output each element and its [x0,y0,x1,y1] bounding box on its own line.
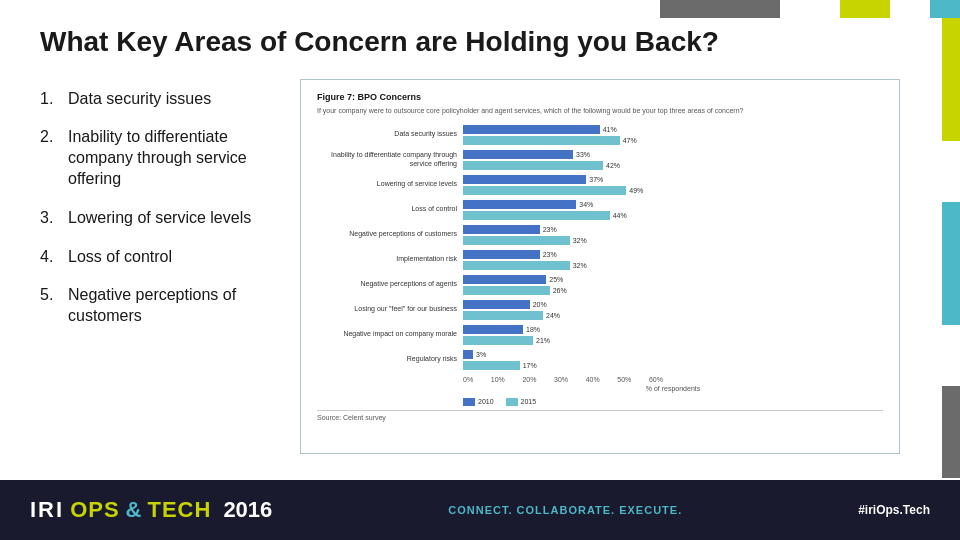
bar-2010 [463,125,600,134]
bar-2015 [463,236,570,245]
bar-label: Data security issues [317,130,457,138]
legend-swatch-2015 [506,398,518,406]
list-num-2: 2. [40,127,60,148]
footer: IRI OPS & TECH 2016 CONNECT. COLLABORATE… [0,480,960,540]
chart-source: Source: Celent survey [317,410,883,421]
bar-row: Loss of control34%44% [317,200,883,220]
list-num-3: 3. [40,208,60,229]
slide-title: What Key Areas of Concern are Holding yo… [40,25,900,59]
bar-2015 [463,286,550,295]
list-num-5: 5. [40,285,60,306]
logo-iri: IRI [30,497,64,523]
bar-group: 23%32% [463,250,587,270]
list-item: 3. Lowering of service levels [40,208,280,229]
logo-ops: OPS [70,497,119,523]
chart-body: Data security issues41%47%Inability to d… [317,125,883,370]
list-text-1: Data security issues [68,89,211,110]
bar-label: Negative perceptions of agents [317,280,457,288]
bar-group: 34%44% [463,200,627,220]
legend-label-2010: 2010 [478,398,494,405]
bar-2010 [463,175,586,184]
list-text-5: Negative perceptions of customers [68,285,280,327]
bar-row: Negative perceptions of agents25%26% [317,275,883,295]
bar-group: 23%32% [463,225,587,245]
bar-2010 [463,250,540,259]
legend-label-2015: 2015 [521,398,537,405]
bar-row: Implementation risk23%32% [317,250,883,270]
bar-group: 3%17% [463,350,537,370]
footer-hashtag: #iriOps.Tech [858,503,930,517]
bar-label: Implementation risk [317,255,457,263]
bar-2010 [463,300,530,309]
list-item: 4. Loss of control [40,247,280,268]
bar-row: Negative impact on company morale18%21% [317,325,883,345]
bar-row: Lowering of service levels37%49% [317,175,883,195]
footer-logo: IRI OPS & TECH 2016 [30,497,272,523]
logo-year: 2016 [223,497,272,523]
bar-2015 [463,161,603,170]
main-content: What Key Areas of Concern are Holding yo… [0,0,940,480]
bar-2010 [463,225,540,234]
list-item: 2. Inability to differentiate company th… [40,127,280,189]
left-panel: 1. Data security issues 2. Inability to … [40,79,280,454]
bar-2015 [463,361,520,370]
list-item: 5. Negative perceptions of customers [40,285,280,327]
bar-label: Lowering of service levels [317,180,457,188]
chart-subtitle: If your company were to outsource core p… [317,106,883,115]
bar-group: 18%21% [463,325,550,345]
bar-label: Negative impact on company morale [317,330,457,338]
bar-group: 41%47% [463,125,637,145]
bar-2010 [463,325,523,334]
list-num-1: 1. [40,89,60,110]
bar-2015 [463,261,570,270]
list-text-3: Lowering of service levels [68,208,251,229]
x-axis-label: % of respondents [463,385,883,392]
bar-group: 33%42% [463,150,620,170]
legend-2010: 2010 [463,398,494,406]
list-text-2: Inability to differentiate company throu… [68,127,280,189]
bar-group: 20%24% [463,300,560,320]
bar-row: Regulatory risks3%17% [317,350,883,370]
bar-row: Losing our "feel" for our business20%24% [317,300,883,320]
logo-tech: TECH [147,497,211,523]
bar-label: Inability to differentiate company throu… [317,151,457,168]
content-area: 1. Data security issues 2. Inability to … [40,79,900,454]
bar-group: 37%49% [463,175,643,195]
bar-label: Negative perceptions of customers [317,230,457,238]
bar-2015 [463,136,620,145]
bar-2015 [463,336,533,345]
list-text-4: Loss of control [68,247,172,268]
list-num-4: 4. [40,247,60,268]
bar-2010 [463,200,576,209]
list-item: 1. Data security issues [40,89,280,110]
legend-2015: 2015 [506,398,537,406]
bar-row: Negative perceptions of customers23%32% [317,225,883,245]
bar-group: 25%26% [463,275,567,295]
bar-row: Inability to differentiate company throu… [317,150,883,170]
logo-ampersand: & [126,497,142,523]
bar-label: Loss of control [317,205,457,213]
bar-2015 [463,311,543,320]
bar-label: Regulatory risks [317,355,457,363]
bar-2010 [463,350,473,359]
bar-2010 [463,275,546,284]
bar-row: Data security issues41%47% [317,125,883,145]
deco-right-blocks [942,18,960,478]
legend-swatch-2010 [463,398,475,406]
bar-label: Losing our "feel" for our business [317,305,457,313]
bar-2015 [463,211,610,220]
chart-title: Figure 7: BPO Concerns [317,92,883,102]
chart-panel: Figure 7: BPO Concerns If your company w… [300,79,900,454]
chart-legend: 2010 2015 [463,398,883,406]
x-axis-ticks: 0% 10% 20% 30% 40% 50% 60% [463,376,663,383]
footer-tagline: CONNECT. COLLABORATE. EXECUTE. [448,504,682,516]
bar-2010 [463,150,573,159]
bar-2015 [463,186,626,195]
